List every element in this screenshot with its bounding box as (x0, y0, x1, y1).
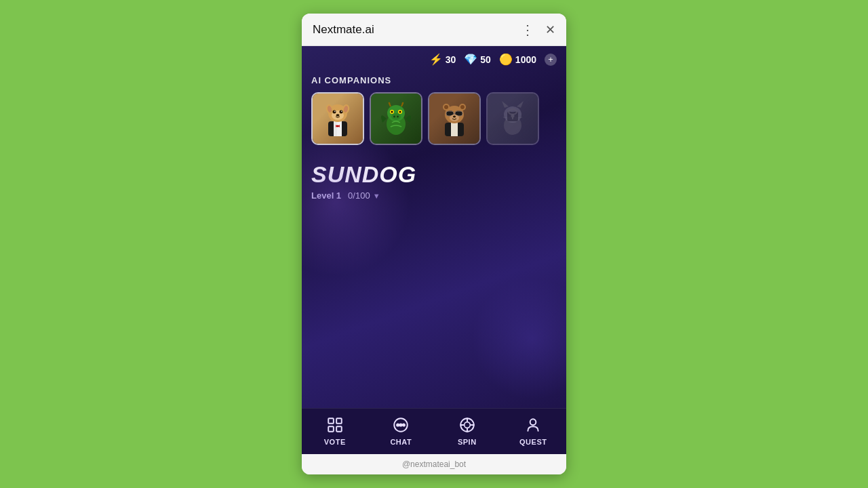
menu-icon[interactable]: ⋮ (521, 22, 534, 38)
cat-avatar (488, 94, 538, 144)
stats-bar: ⚡ 30 💎 50 🟡 1000 + (302, 46, 566, 70)
svg-marker-43 (517, 101, 524, 108)
coins-stat: 🟡 1000 (499, 53, 536, 66)
svg-point-39 (453, 116, 456, 118)
svg-point-25 (397, 116, 399, 118)
svg-point-23 (391, 113, 401, 120)
chat-label: CHAT (390, 438, 412, 446)
chat-svg (392, 416, 410, 434)
svg-point-21 (391, 111, 393, 113)
quest-icon (524, 415, 542, 434)
svg-rect-2 (334, 121, 337, 136)
spin-icon (458, 415, 477, 434)
companion-cat[interactable] (486, 92, 539, 145)
character-level-row: Level 1 0/100 ▼ (311, 190, 557, 201)
svg-point-24 (393, 116, 395, 118)
svg-point-58 (397, 424, 399, 426)
footer-text: @nextmateai_bot (402, 460, 466, 469)
svg-point-16 (336, 114, 340, 117)
chat-icon (391, 415, 410, 434)
spin-label: SPIN (458, 438, 477, 446)
svg-point-51 (511, 115, 515, 118)
companions-label: AI COMPANIONS (311, 75, 557, 85)
svg-point-14 (334, 110, 336, 112)
vote-icon (326, 415, 344, 434)
add-icon-label: + (548, 54, 553, 64)
bottom-nav: VOTE CHAT (302, 408, 566, 454)
svg-point-15 (341, 110, 342, 112)
quest-label: QUEST (519, 438, 547, 446)
xp-value: 0/100 (348, 190, 370, 201)
svg-point-32 (460, 105, 465, 109)
nav-quest[interactable]: QUEST (500, 415, 567, 446)
svg-point-12 (333, 110, 336, 114)
svg-rect-56 (336, 426, 342, 432)
diamonds-icon: 💎 (464, 53, 477, 66)
cat-svg (491, 97, 534, 140)
svg-point-31 (444, 105, 448, 109)
svg-rect-54 (336, 418, 342, 424)
svg-point-13 (340, 110, 343, 114)
vote-svg (326, 416, 344, 434)
xp-display: 0/100 ▼ (348, 190, 380, 201)
dragon-avatar (371, 94, 421, 144)
companion-dragon[interactable] (370, 92, 422, 145)
quest-svg (524, 416, 542, 434)
svg-point-62 (464, 422, 470, 428)
companion-sundog[interactable] (311, 92, 364, 145)
svg-point-67 (530, 419, 536, 425)
dragon-svg (374, 97, 418, 140)
svg-rect-27 (451, 123, 458, 136)
close-icon[interactable]: ✕ (545, 22, 555, 37)
footer: @nextmateai_bot (302, 454, 566, 474)
nav-chat[interactable]: CHAT (368, 415, 435, 446)
svg-rect-53 (328, 418, 334, 424)
diamonds-stat: 💎 50 (464, 53, 491, 66)
character-info: SUNDOG Level 1 0/100 ▼ (302, 152, 566, 205)
coins-icon: 🟡 (499, 53, 513, 66)
companions-section: AI COMPANIONS (302, 70, 566, 152)
energy-value: 30 (446, 54, 456, 65)
energy-icon: ⚡ (429, 53, 443, 66)
raccoon-avatar (429, 94, 479, 144)
nav-spin[interactable]: SPIN (434, 415, 500, 446)
spin-svg (458, 416, 476, 434)
energy-stat: ⚡ 30 (429, 53, 456, 66)
coins-value: 1000 (515, 54, 536, 65)
app-title: Nextmate.ai (313, 23, 374, 37)
xp-arrow-icon: ▼ (373, 192, 380, 200)
svg-point-59 (400, 424, 402, 426)
main-content: ⚡ 30 💎 50 🟡 1000 + AI COMPANIONS (302, 46, 566, 454)
nav-vote[interactable]: VOTE (302, 415, 368, 446)
svg-point-60 (403, 424, 405, 426)
app-window: Nextmate.ai ⋮ ✕ ⚡ 30 💎 50 🟡 1000 + (302, 14, 566, 474)
raccoon-svg (433, 97, 476, 140)
character-level: Level 1 (311, 190, 341, 201)
diamonds-value: 50 (480, 54, 491, 65)
svg-point-5 (337, 125, 339, 127)
companions-grid (311, 92, 557, 145)
title-bar: Nextmate.ai ⋮ ✕ (302, 14, 566, 46)
title-bar-actions: ⋮ ✕ (521, 22, 555, 38)
vote-label: VOTE (324, 438, 346, 446)
character-name: SUNDOG (311, 161, 557, 188)
add-currency-button[interactable]: + (545, 54, 557, 66)
svg-marker-42 (502, 101, 509, 108)
sundog-svg (316, 97, 359, 140)
companion-raccoon[interactable] (428, 92, 481, 145)
sundog-avatar (313, 94, 363, 144)
svg-rect-55 (328, 426, 334, 432)
svg-point-22 (399, 111, 401, 113)
